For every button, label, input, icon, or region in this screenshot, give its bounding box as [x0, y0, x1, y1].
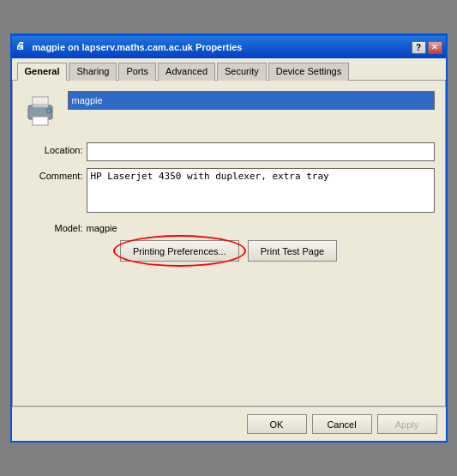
svg-point-4 — [46, 108, 51, 113]
tabs-container: General Sharing Ports Advanced Security … — [12, 58, 446, 81]
printing-preferences-highlight: Printing Preferences... — [120, 240, 239, 262]
ok-button[interactable]: OK — [247, 414, 307, 434]
cancel-button[interactable]: Cancel — [312, 414, 372, 434]
model-label: Model: — [23, 223, 83, 233]
window-icon: 🖨 — [15, 40, 29, 54]
apply-button[interactable]: Apply — [377, 414, 437, 434]
window-title: magpie on lapserv.maths.cam.ac.uk Proper… — [33, 42, 412, 52]
printer-name-input[interactable] — [68, 91, 435, 110]
location-label: Location: — [23, 142, 83, 155]
dialog-buttons: OK Cancel Apply — [12, 407, 446, 441]
printer-section — [23, 91, 435, 129]
close-button[interactable]: ✕ — [428, 41, 442, 54]
titlebar: 🖨 magpie on lapserv.maths.cam.ac.uk Prop… — [12, 36, 446, 58]
tab-advanced[interactable]: Advanced — [158, 63, 215, 81]
titlebar-buttons: ? ✕ — [412, 41, 442, 54]
svg-rect-3 — [33, 117, 48, 125]
comment-row: Comment: HP Laserjet 4350 with duplexer,… — [23, 168, 435, 213]
comment-label: Comment: — [23, 168, 83, 181]
printing-preferences-button[interactable]: Printing Preferences... — [120, 240, 239, 262]
printer-icon — [23, 94, 57, 129]
main-window: 🖨 magpie on lapserv.maths.cam.ac.uk Prop… — [10, 33, 448, 443]
tab-device-settings[interactable]: Device Settings — [268, 63, 349, 81]
tab-sharing[interactable]: Sharing — [69, 63, 117, 81]
location-input[interactable] — [87, 142, 435, 161]
print-test-page-button[interactable]: Print Test Page — [248, 240, 337, 262]
comment-input[interactable]: HP Laserjet 4350 with duplexer, extra tr… — [87, 168, 435, 213]
tab-general[interactable]: General — [17, 63, 68, 81]
tab-ports[interactable]: Ports — [118, 63, 156, 81]
svg-rect-2 — [33, 104, 48, 107]
model-row: Model: magpie — [23, 223, 435, 233]
help-button[interactable]: ? — [412, 41, 426, 54]
form-section: Location: Comment: HP Laserjet 4350 with… — [23, 142, 435, 233]
location-row: Location: — [23, 142, 435, 161]
tab-security[interactable]: Security — [217, 63, 267, 81]
model-value: magpie — [87, 223, 117, 233]
action-buttons-row: Printing Preferences... Print Test Page — [23, 233, 435, 265]
tab-content-general: Location: Comment: HP Laserjet 4350 with… — [12, 81, 446, 407]
